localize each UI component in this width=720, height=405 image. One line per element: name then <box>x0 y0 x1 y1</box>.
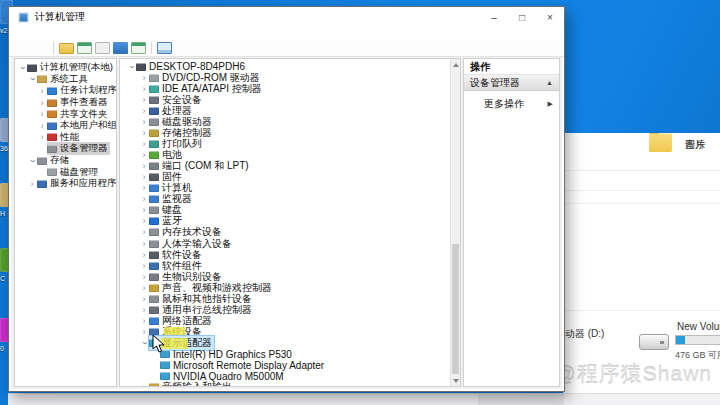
expander-chevron-icon[interactable] <box>139 294 149 304</box>
expander-chevron-icon[interactable] <box>139 283 149 293</box>
up-folder-icon[interactable] <box>59 43 74 54</box>
separator[interactable] <box>151 42 152 54</box>
device-category-icon <box>149 162 159 170</box>
file-explorer-fragment[interactable]: 图片 音乐 动器 (D:) New Volume ( 476 GB 可用, <box>563 133 720 393</box>
scroll-down-arrow-icon[interactable] <box>451 375 460 386</box>
device-category-icon <box>149 262 159 270</box>
console-tree-item[interactable]: 事件查看器 <box>15 97 116 109</box>
expander-chevron-icon[interactable] <box>139 139 149 149</box>
volume-name[interactable]: New Volume ( <box>677 321 720 332</box>
expander-chevron-icon[interactable] <box>139 150 149 160</box>
expander-chevron-icon[interactable] <box>139 194 149 204</box>
expander-chevron-icon[interactable] <box>139 305 149 315</box>
expander-chevron-icon[interactable] <box>37 167 47 177</box>
expander-chevron-icon[interactable] <box>139 261 149 271</box>
console-tree-item[interactable]: 共享文件夹 <box>15 108 116 120</box>
help-icon[interactable] <box>113 42 128 54</box>
taskbar[interactable] <box>8 393 720 405</box>
console-tree-item[interactable]: 设备管理器 <box>15 143 116 155</box>
back-icon[interactable] <box>15 42 30 55</box>
monitor-icon[interactable] <box>157 42 172 54</box>
expander-chevron-icon[interactable] <box>17 63 27 73</box>
expander-chevron-icon[interactable] <box>139 172 149 182</box>
expander-chevron-icon[interactable] <box>139 183 149 193</box>
expander-chevron-icon[interactable] <box>139 316 149 326</box>
expander-chevron-icon[interactable] <box>139 84 149 94</box>
console-window-icon[interactable] <box>131 42 146 54</box>
expander-chevron-icon[interactable] <box>37 86 47 96</box>
expander-chevron-icon[interactable] <box>37 121 47 131</box>
tree-item-icon <box>27 64 37 72</box>
tree-item-icon <box>47 99 57 107</box>
expander-chevron-icon[interactable] <box>150 360 160 370</box>
expander-chevron-icon[interactable] <box>126 62 136 72</box>
console-tree-item[interactable]: 服务和应用程序 <box>15 178 116 190</box>
expander-chevron-icon[interactable] <box>139 161 149 171</box>
titlebar[interactable]: 计算机管理 – □ × <box>9 7 564 27</box>
expander-chevron-icon[interactable] <box>37 98 47 108</box>
console-tree-item[interactable]: 本地用户和组 <box>15 120 116 132</box>
console-tree-item[interactable]: 磁盘管理 <box>15 166 116 178</box>
vertical-scrollbar[interactable] <box>450 59 460 386</box>
expander-chevron-icon[interactable] <box>139 382 149 387</box>
taskbar-button[interactable] <box>478 394 564 405</box>
scroll-up-arrow-icon[interactable] <box>451 59 460 70</box>
actions-header: 操作 <box>464 59 559 75</box>
tree-item-icon <box>47 110 57 118</box>
expander-chevron-icon[interactable] <box>37 109 47 119</box>
console-window-icon[interactable] <box>77 42 92 54</box>
expander-chevron-icon[interactable] <box>37 144 47 154</box>
tree-item-icon <box>37 75 47 83</box>
expander-chevron-icon[interactable] <box>139 106 149 116</box>
device-label: 音频输入和输出 <box>162 380 232 387</box>
expander-chevron-icon[interactable] <box>139 216 149 226</box>
device-tree-item[interactable]: 显示适配器 <box>120 338 460 349</box>
expander-chevron-icon[interactable] <box>139 117 149 127</box>
expander-chevron-icon[interactable] <box>139 205 149 215</box>
expander-chevron-icon[interactable] <box>139 250 149 260</box>
collapse-caret-icon[interactable]: ▲ <box>546 79 553 86</box>
device-tree-item[interactable]: Intel(R) HD Graphics P530 <box>120 349 460 360</box>
expander-chevron-icon[interactable] <box>139 128 149 138</box>
console-tree-item[interactable]: 计算机管理(本地) <box>15 62 116 74</box>
expander-chevron-icon[interactable] <box>139 73 149 83</box>
device-label: Intel(R) HD Graphics P530 <box>173 349 292 360</box>
expander-chevron-icon[interactable] <box>139 239 149 249</box>
expander-chevron-icon[interactable] <box>139 227 149 237</box>
device-category-icon <box>149 273 159 281</box>
expander-chevron-icon[interactable] <box>27 156 37 166</box>
device-category-icon <box>149 151 159 159</box>
forward-icon[interactable] <box>33 42 48 55</box>
actions-section-title: 设备管理器 <box>470 76 520 90</box>
separator[interactable] <box>53 42 54 54</box>
device-category-icon <box>149 184 159 192</box>
minimize-button[interactable]: – <box>480 7 508 27</box>
expander-chevron-icon[interactable] <box>139 95 149 105</box>
scrollbar-thumb[interactable] <box>452 244 459 374</box>
more-actions-item[interactable]: 更多操作 ▶ <box>464 95 559 113</box>
drive-icon[interactable] <box>639 334 669 350</box>
list-separator <box>564 170 720 171</box>
properties-icon[interactable] <box>95 42 110 54</box>
more-actions-label: 更多操作 <box>484 97 524 111</box>
device-tree-pane: DESKTOP-8D4PDH6 DVD/CD-ROM 驱动器 IDE ATA/A… <box>119 58 461 387</box>
expander-chevron-icon[interactable] <box>27 179 37 189</box>
device-tree-item[interactable]: Microsoft Remote Display Adapter <box>120 360 460 371</box>
device-category-icon <box>149 74 159 82</box>
console-tree-item[interactable]: 任务计划程序 <box>15 85 116 97</box>
explorer-folder-item[interactable]: 音乐 <box>649 133 705 152</box>
close-button[interactable]: × <box>536 7 564 27</box>
device-category-icon <box>149 129 159 137</box>
desktop: { "window": { "title": "计算机管理", "menus":… <box>0 0 720 405</box>
device-tree-item[interactable]: 音频输入和输出 <box>120 382 460 387</box>
console-tree-item[interactable]: 性能 <box>15 132 116 144</box>
expander-chevron-icon[interactable] <box>139 272 149 282</box>
expander-chevron-icon[interactable] <box>139 327 149 337</box>
console-tree-item[interactable]: 系统工具 <box>15 74 116 86</box>
expander-chevron-icon[interactable] <box>37 132 47 142</box>
actions-section-bar[interactable]: 设备管理器 ▲ <box>464 75 559 91</box>
expander-chevron-icon[interactable] <box>27 74 37 84</box>
console-tree-item[interactable]: 存储 <box>15 155 116 167</box>
maximize-button[interactable]: □ <box>508 7 536 27</box>
expander-chevron-icon[interactable] <box>139 338 149 348</box>
